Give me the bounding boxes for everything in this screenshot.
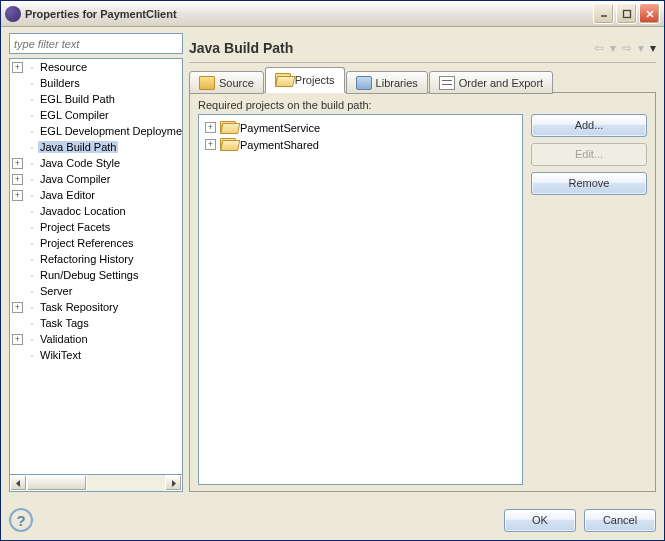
scroll-thumb[interactable] (27, 475, 87, 491)
tree-item-validation[interactable]: +·Validation (10, 331, 182, 347)
window-buttons (593, 3, 660, 24)
tree-item-project-facets[interactable]: ·Project Facets (10, 219, 182, 235)
expand-icon[interactable]: + (12, 302, 23, 313)
svg-rect-1 (623, 10, 630, 17)
tab-source[interactable]: Source (189, 71, 264, 94)
ok-button[interactable]: OK (504, 509, 576, 532)
tree-item-run-debug-settings[interactable]: ·Run/Debug Settings (10, 267, 182, 283)
tree-connector: · (26, 285, 38, 297)
cancel-button[interactable]: Cancel (584, 509, 656, 532)
edit-button: Edit... (531, 143, 647, 166)
expand-icon[interactable]: + (205, 139, 216, 150)
close-button[interactable] (639, 3, 660, 24)
nav-forward-menu-icon[interactable]: ▾ (638, 41, 644, 55)
expand-icon[interactable]: + (205, 122, 216, 133)
tree-connector: · (26, 157, 38, 169)
tab-projects[interactable]: Projects (265, 67, 345, 93)
side-buttons: Add... Edit... Remove (531, 114, 647, 485)
project-item-label: PaymentShared (240, 139, 319, 151)
remove-button[interactable]: Remove (531, 172, 647, 195)
tree-connector: · (26, 93, 38, 105)
tree-item-egl-compiler[interactable]: ·EGL Compiler (10, 107, 182, 123)
tree-spacer (12, 94, 23, 105)
projects-list[interactable]: +PaymentService+PaymentShared (198, 114, 523, 485)
view-menu-icon[interactable]: ▾ (650, 41, 656, 55)
expand-icon[interactable]: + (12, 334, 23, 345)
tree-connector: · (26, 237, 38, 249)
tree-spacer (12, 126, 23, 137)
scroll-right-button[interactable] (165, 475, 182, 491)
expand-icon[interactable]: + (12, 62, 23, 73)
expand-icon[interactable]: + (12, 158, 23, 169)
project-item-paymentservice[interactable]: +PaymentService (203, 119, 518, 136)
main-split: +·Resource·Builders·EGL Build Path·EGL C… (9, 33, 656, 492)
nav-back-icon[interactable]: ⇦ (594, 41, 604, 55)
tree-spacer (12, 206, 23, 217)
project-item-paymentshared[interactable]: +PaymentShared (203, 136, 518, 153)
filter-input[interactable] (9, 33, 183, 54)
tree-spacer (12, 318, 23, 329)
add-button[interactable]: Add... (531, 114, 647, 137)
left-panel: +·Resource·Builders·EGL Build Path·EGL C… (9, 33, 183, 492)
minimize-button[interactable] (593, 3, 614, 24)
tree-item-label: Project References (38, 237, 136, 249)
tree-item-label: Task Tags (38, 317, 91, 329)
tree-spacer (12, 254, 23, 265)
tree-spacer (12, 238, 23, 249)
tree-item-builders[interactable]: ·Builders (10, 75, 182, 91)
tree-connector: · (26, 269, 38, 281)
tree-item-label: Java Build Path (38, 141, 118, 153)
tree-item-java-compiler[interactable]: +·Java Compiler (10, 171, 182, 187)
tree-spacer (12, 286, 23, 297)
tree-item-label: EGL Compiler (38, 109, 111, 121)
order-icon (439, 76, 455, 90)
tree-item-java-editor[interactable]: +·Java Editor (10, 187, 182, 203)
tree-connector: · (26, 173, 38, 185)
nav-back-menu-icon[interactable]: ▾ (610, 41, 616, 55)
expand-icon[interactable]: + (12, 174, 23, 185)
tab-libraries[interactable]: Libraries (346, 71, 428, 94)
window-title: Properties for PaymentClient (25, 8, 593, 20)
tree-item-label: Run/Debug Settings (38, 269, 140, 281)
expand-icon[interactable]: + (12, 190, 23, 201)
tree-item-refactoring-history[interactable]: ·Refactoring History (10, 251, 182, 267)
tree-horizontal-scrollbar[interactable] (9, 475, 183, 492)
tree-item-label: WikiText (38, 349, 83, 361)
tree-item-wikitext[interactable]: ·WikiText (10, 347, 182, 363)
tree-item-label: EGL Build Path (38, 93, 117, 105)
tree-item-project-references[interactable]: ·Project References (10, 235, 182, 251)
tab-label: Order and Export (459, 77, 543, 89)
tree-connector: · (26, 221, 38, 233)
tree-spacer (12, 142, 23, 153)
tree-item-label: Builders (38, 77, 82, 89)
tab-order-and-export[interactable]: Order and Export (429, 71, 553, 94)
properties-tree[interactable]: +·Resource·Builders·EGL Build Path·EGL C… (9, 58, 183, 475)
nav-forward-icon[interactable]: ⇨ (622, 41, 632, 55)
scroll-track[interactable] (27, 475, 165, 491)
tree-spacer (12, 350, 23, 361)
tree-item-resource[interactable]: +·Resource (10, 59, 182, 75)
folder-open-icon (275, 73, 291, 87)
tab-label: Libraries (376, 77, 418, 89)
tree-item-label: Server (38, 285, 74, 297)
tree-item-server[interactable]: ·Server (10, 283, 182, 299)
scroll-left-button[interactable] (10, 475, 27, 491)
nav-history: ⇦ ▾ ⇨ ▾ ▾ (594, 41, 656, 55)
tree-item-task-tags[interactable]: ·Task Tags (10, 315, 182, 331)
tree-item-task-repository[interactable]: +·Task Repository (10, 299, 182, 315)
tree-item-javadoc-location[interactable]: ·Javadoc Location (10, 203, 182, 219)
help-icon[interactable]: ? (9, 508, 33, 532)
content-row: +PaymentService+PaymentShared Add... Edi… (198, 114, 647, 485)
svg-marker-5 (172, 480, 176, 487)
tree-item-label: Resource (38, 61, 89, 73)
folder-icon (199, 76, 215, 90)
tree-item-label: Task Repository (38, 301, 120, 313)
page-header: Java Build Path ⇦ ▾ ⇨ ▾ ▾ (189, 33, 656, 63)
svg-marker-4 (16, 480, 20, 487)
maximize-button[interactable] (616, 3, 637, 24)
tree-item-egl-development-deployment[interactable]: ·EGL Development Deployment (10, 123, 182, 139)
title-bar: Properties for PaymentClient (1, 1, 664, 27)
tree-item-java-build-path[interactable]: ·Java Build Path (10, 139, 182, 155)
tree-item-java-code-style[interactable]: +·Java Code Style (10, 155, 182, 171)
tree-item-egl-build-path[interactable]: ·EGL Build Path (10, 91, 182, 107)
